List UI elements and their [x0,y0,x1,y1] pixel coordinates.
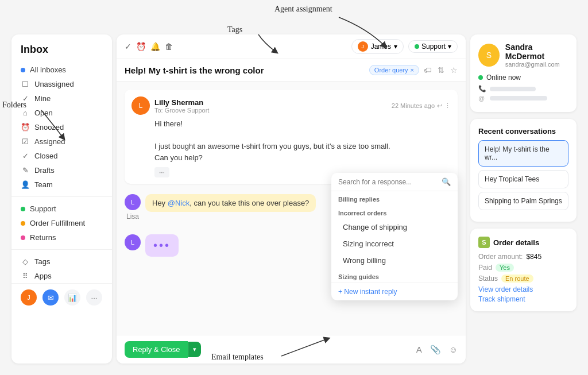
recent-conversations-card: Recent conversations Help! My t-shirt is… [470,119,577,222]
messages-area: L Lilly Sherman To: Groove Support 22 Mi… [117,82,466,335]
recent-conv-item-1[interactable]: Help! My t-shirt is the wr... [478,140,568,167]
billing-section-label: Billing replies [331,191,458,205]
unassigned-icon: ☐ [21,80,30,88]
user-avatar[interactable]: J [21,289,37,306]
track-shipment-link[interactable]: Track shipment [478,295,568,303]
sidebar-item-team[interactable]: 👤 Team [11,177,112,192]
team-icon: 👤 [21,180,30,189]
mine-icon: ✓ [21,94,30,103]
message-card-1: L Lilly Sherman To: Groove Support 22 Mi… [125,90,458,184]
sidebar-item-label: Support [30,204,56,213]
sidebar-item-label: Apps [34,272,52,280]
sidebar-item-assigned[interactable]: ☑ Assigned [11,134,112,149]
order-dot [21,221,25,226]
lilly-avatar: L [131,96,150,115]
order-card: S Order details Order amount: $845 Paid … [470,229,577,311]
more-icon[interactable]: ⋮ [444,102,451,110]
open-icon: ⌂ [21,109,30,117]
tag-pill[interactable]: Order query × [369,65,419,75]
support-dot [21,207,25,211]
contact-header: S Sandra McDermot sandra@gmail.com [478,42,568,68]
search-input[interactable] [338,178,438,186]
sidebar-item-label: Closed [34,152,57,160]
sidebar-item-label: Open [34,109,53,117]
sidebar-item-all-inboxes[interactable]: All inboxes [11,63,112,77]
alarm-icon[interactable]: ⏰ [136,42,146,51]
conv-header: ✓ ⏰ 🔔 🗑 J James ▾ Support ▾ [117,34,466,59]
sidebar-item-label: All inboxes [30,65,66,74]
message-time-1: 22 Minutes ago ↩ ⋮ [392,102,451,110]
sidebar-item-apps[interactable]: ⠿ Apps [11,269,112,283]
recent-conv-title: Recent conversations [478,127,568,136]
all-inboxes-dot [21,68,25,72]
returns-dot [21,235,25,240]
middle-panel: ✓ ⏰ 🔔 🗑 J James ▾ Support ▾ Help! [117,34,466,364]
compose-button[interactable]: ✉ [42,289,59,306]
email-value [490,96,547,100]
lilly-name: Lilly Sherman [154,98,209,107]
agent-chevron: ▾ [394,42,397,51]
message-header-1: L Lilly Sherman To: Groove Support 22 Mi… [131,96,451,115]
tag-remove-icon[interactable]: × [411,67,414,74]
support-badge[interactable]: Support ▾ [408,40,458,53]
sidebar-channel-returns[interactable]: Returns [11,230,112,245]
sidebar-channel-support[interactable]: Support [11,202,112,216]
sidebar-item-tags[interactable]: ◇ Tags [11,254,112,269]
sidebar-bottom: J ✉ 📊 ··· [11,283,112,311]
sidebar-channel-order-fulfillment[interactable]: Order Fulfillment [11,216,112,230]
transfer-icon[interactable]: ⇅ [438,65,444,75]
agent-avatar: J [358,41,368,52]
reply-icons: A 📎 ☺ [416,345,458,355]
label-icon[interactable]: 🏷 [424,65,432,75]
sidebar-item-drafts[interactable]: ✎ Drafts [11,163,112,177]
dropdown-item-sizing-incorrect[interactable]: Sizing incorrect [331,235,458,252]
message-body-1: Hi there! I just bought an awesome t-shi… [131,118,451,163]
order-status-label: Status [478,275,498,283]
sidebar-item-label: Assigned [34,137,65,146]
dropdown-item-wrong-billing[interactable]: Wrong billing [331,252,458,269]
attachment-icon[interactable]: 📎 [430,345,441,355]
sidebar-item-label: Returns [30,233,56,242]
inbox-chevron: ▾ [448,42,451,51]
reply-icon: ↩ [437,102,442,110]
sidebar-item-unassigned[interactable]: ☐ Unassigned [11,77,112,91]
text-format-icon[interactable]: A [416,345,422,355]
drafts-icon: ✎ [21,166,30,175]
bell-icon[interactable]: 🔔 [150,42,160,51]
sidebar: Inbox All inboxes ☐ Unassigned ✓ Mine ⌂ … [11,34,112,364]
stats-button[interactable]: 📊 [64,289,80,306]
sidebar-item-label: Team [34,180,53,189]
dropdown-item-change-shipping[interactable]: Change of shipping [331,219,458,235]
lilly-to: To: Groove Support [154,107,209,114]
recent-conv-item-2[interactable]: Hey Tropical Tees [478,170,568,188]
order-status-row: Status En route [478,275,568,283]
emoji-icon[interactable]: ☺ [449,345,458,355]
lisa-name: Lisa [126,212,139,221]
reply-arrow-button[interactable]: ▾ [188,342,201,357]
agent-badge[interactable]: J James ▾ [351,39,404,54]
order-title: Order details [493,238,539,247]
star-icon[interactable]: ☆ [450,65,458,75]
sidebar-item-open[interactable]: ⌂ Open [11,106,112,120]
order-amount-value: $845 [526,253,541,261]
sidebar-item-mine[interactable]: ✓ Mine [11,91,112,106]
sidebar-item-closed[interactable]: ✓ Closed [11,149,112,163]
conv-actions: 🏷 ⇅ ☆ [424,65,458,75]
conv-title: Help! My t-shirt is the wrong color [125,65,365,75]
snoozed-icon: ⏰ [21,123,30,132]
expand-button[interactable]: ··· [154,167,169,177]
reply-close-button[interactable]: Reply & Close [125,341,188,358]
main-layout: Inbox All inboxes ☐ Unassigned ✓ Mine ⌂ … [0,0,588,375]
check-icon[interactable]: ✓ [125,42,131,51]
sidebar-item-label: Tags [34,257,50,266]
view-order-link[interactable]: View order details [478,285,568,293]
new-instant-reply-button[interactable]: + New instant reply [331,283,458,300]
recent-conv-item-3[interactable]: Shipping to Palm Springs [478,192,568,210]
apps-icon: ⠿ [21,272,30,280]
conv-title-bar: Help! My t-shirt is the wrong color Orde… [117,59,466,82]
reply-bar: Reply & Close ▾ A 📎 ☺ [117,335,466,364]
trash-icon[interactable]: 🗑 [165,42,173,51]
sizing-section-label: Sizing guides [331,269,458,283]
more-button[interactable]: ··· [86,289,102,306]
sidebar-item-snoozed[interactable]: ⏰ Snoozed [11,120,112,134]
